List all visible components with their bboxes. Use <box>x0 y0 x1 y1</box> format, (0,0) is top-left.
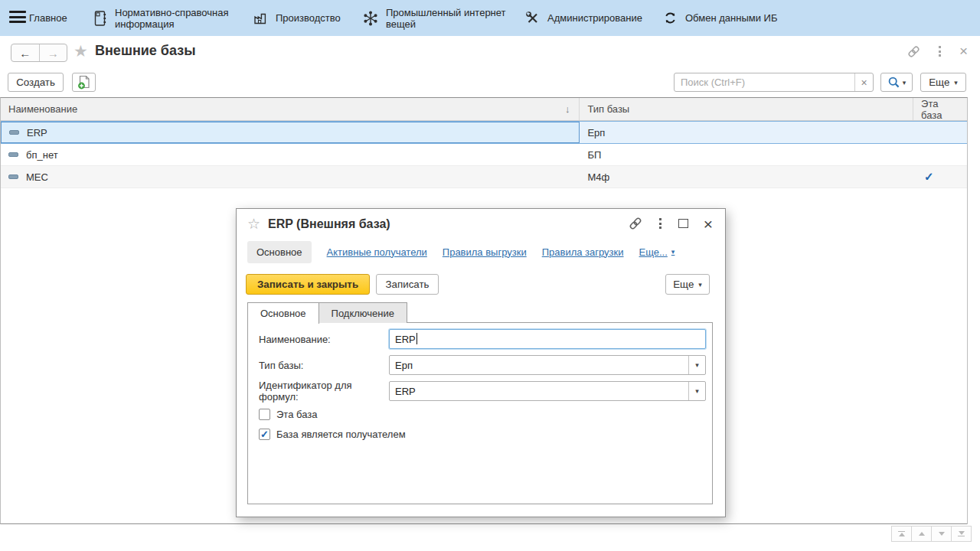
base-type: М4ф <box>587 171 609 183</box>
scroll-up-button[interactable] <box>911 526 932 542</box>
dialog-more-button[interactable]: Еще ▾ <box>665 274 710 295</box>
base-type-select[interactable]: Ерп ▾ <box>389 355 706 375</box>
scroll-to-bottom-button[interactable] <box>951 526 972 542</box>
name-field-value: ERP <box>395 334 416 345</box>
link-icon[interactable] <box>907 45 920 58</box>
menu-label: Промышленный интернет вещей <box>386 7 514 30</box>
nav-more-label: Еще... <box>639 246 668 258</box>
cell-type[interactable]: БП <box>580 144 913 165</box>
tab-main[interactable]: Основное <box>247 302 319 324</box>
formula-id-select[interactable]: ERP ▾ <box>389 381 706 401</box>
base-type: БП <box>587 149 601 161</box>
scroll-to-top-button[interactable] <box>891 526 912 542</box>
checkbox-label: База является получателем <box>276 429 406 440</box>
back-button[interactable]: ← <box>11 44 40 61</box>
clear-search-icon[interactable]: × <box>854 73 873 91</box>
column-label: Эта база <box>921 98 959 121</box>
menu-item-reference-info[interactable]: Нормативно-справочная информация <box>92 0 239 36</box>
menu-label: Администрирование <box>547 12 642 24</box>
nav-item-import-rules[interactable]: Правила загрузки <box>542 246 624 258</box>
table-row[interactable]: бп_нет БП <box>1 144 967 166</box>
favorite-star-icon[interactable]: ★ <box>74 42 88 60</box>
save-button[interactable]: Записать <box>376 274 439 295</box>
main-menu-bar: Главное Нормативно-справочная информация… <box>0 0 980 36</box>
cell-this-base[interactable]: ✓ <box>913 166 967 187</box>
list-toolbar: Создать × ▾ Еще ▾ <box>0 67 980 97</box>
checkbox-unchecked <box>259 409 270 420</box>
menu-item-data-exchange[interactable]: Обмен данными ИБ <box>663 0 777 36</box>
cell-name[interactable]: ERP <box>1 122 580 143</box>
name-field[interactable]: ERP <box>389 329 706 349</box>
close-dialog-icon[interactable]: × <box>704 218 713 230</box>
search-box: × <box>674 73 874 92</box>
more-label: Еще <box>929 77 949 88</box>
column-header-type[interactable]: Тип базы <box>580 98 913 120</box>
maximize-icon[interactable] <box>678 219 688 228</box>
name-field-label: Наименование: <box>259 334 389 345</box>
more-button[interactable]: Еще ▾ <box>920 73 966 92</box>
column-header-this-base[interactable]: Эта база <box>913 98 967 120</box>
this-base-checkbox[interactable]: Эта база <box>259 409 317 420</box>
cell-name[interactable]: МЕС <box>1 166 580 187</box>
type-field-value: Ерп <box>390 360 418 371</box>
list-item-icon <box>8 174 18 179</box>
new-document-plus-icon <box>77 74 91 90</box>
search-input[interactable] <box>675 73 854 91</box>
cell-type[interactable]: Ерп <box>580 122 913 143</box>
list-scroll-buttons <box>892 526 972 542</box>
cell-this-base[interactable] <box>913 144 967 165</box>
scroll-top-icon <box>899 533 905 536</box>
menu-item-main[interactable]: Главное <box>29 0 67 36</box>
back-arrow-icon: ← <box>19 47 31 60</box>
close-list-icon[interactable]: × <box>959 46 968 57</box>
dropdown-button[interactable]: ▾ <box>688 382 705 400</box>
menu-item-iot[interactable]: Промышленный интернет вещей <box>363 0 514 36</box>
forward-button[interactable]: → <box>40 44 67 61</box>
text-cursor <box>416 333 417 344</box>
menu-item-administration[interactable]: Администрирование <box>525 0 642 36</box>
nav-item-export-rules[interactable]: Правила выгрузки <box>443 246 527 258</box>
hamburger-menu-icon[interactable] <box>9 11 26 24</box>
tools-icon <box>525 11 540 25</box>
nav-item-main[interactable]: Основное <box>247 241 312 263</box>
favorite-star-outline-icon[interactable]: ☆ <box>247 215 260 233</box>
check-icon: ✓ <box>260 429 269 440</box>
menu-label: Обмен данными ИБ <box>685 12 777 24</box>
erp-external-base-dialog: ☆ ERP (Внешняя база) × Основное Активные… <box>236 208 726 517</box>
table-row[interactable]: МЕС М4ф ✓ <box>1 166 967 188</box>
chevron-down-icon: ▾ <box>695 387 699 395</box>
base-name: МЕС <box>26 171 48 183</box>
list-item-icon <box>9 130 19 135</box>
menu-label: Производство <box>276 12 341 24</box>
formula-id-value: ERP <box>390 386 421 397</box>
nav-item-more[interactable]: Еще... ▾ <box>639 246 675 258</box>
type-field-label: Тип базы: <box>259 360 389 371</box>
scroll-down-button[interactable] <box>931 526 952 542</box>
more-options-icon[interactable] <box>658 217 663 230</box>
notebook-icon <box>92 10 107 27</box>
link-icon[interactable] <box>629 217 642 230</box>
base-type: Ерп <box>587 127 605 139</box>
table-row[interactable]: ERP Ерп <box>1 121 967 144</box>
more-label: Еще <box>673 279 694 290</box>
cell-this-base[interactable] <box>913 122 967 143</box>
search-settings-button[interactable]: ▾ <box>880 73 913 92</box>
is-recipient-checkbox[interactable]: ✓ База является получателем <box>259 429 406 440</box>
dialog-main-panel: Наименование: ERP Тип базы: Ерп ▾ Иденти… <box>247 322 713 504</box>
menu-item-production[interactable]: Производство <box>253 0 341 36</box>
create-group-button[interactable] <box>72 73 96 92</box>
create-button[interactable]: Создать <box>8 73 64 92</box>
column-header-name[interactable]: Наименование ↓ <box>1 98 580 120</box>
dropdown-button[interactable]: ▾ <box>688 356 705 374</box>
more-options-icon[interactable] <box>937 44 942 58</box>
cell-name[interactable]: бп_нет <box>1 144 580 165</box>
this-base-checkmark-icon: ✓ <box>924 170 934 184</box>
iot-network-icon <box>363 11 378 26</box>
nav-item-active-recipients[interactable]: Активные получатели <box>327 246 427 258</box>
save-and-close-button[interactable]: Записать и закрыть <box>246 274 370 295</box>
chevron-down-icon: ▾ <box>695 361 699 369</box>
tab-connection[interactable]: Подключение <box>319 302 407 323</box>
page-title: Внешние базы <box>95 43 196 59</box>
cell-type[interactable]: М4ф <box>580 166 913 187</box>
dialog-title: ERP (Внешняя база) <box>268 217 390 231</box>
